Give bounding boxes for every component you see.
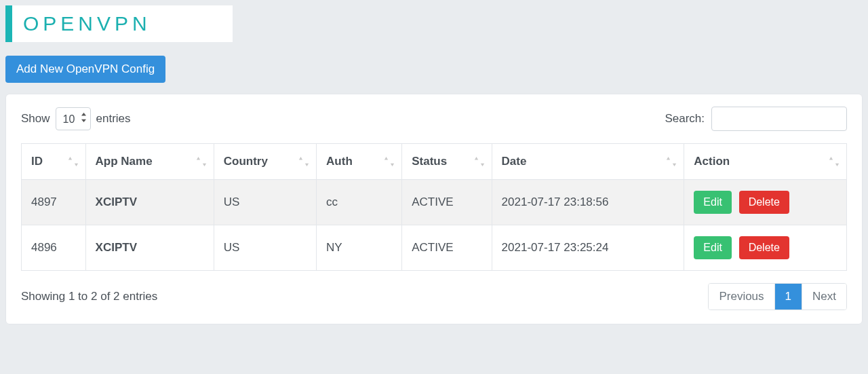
search-input[interactable] [711,107,847,131]
cell-status: ACTIVE [402,180,492,225]
length-control: Show 10 entries [21,107,131,130]
logo-text: OPENVPN [23,12,151,35]
paginate-next[interactable]: Next [802,284,846,310]
cell-date: 2021-07-17 23:25:24 [492,225,684,271]
col-header-status[interactable]: Status [402,144,492,180]
logo-accent-bar [5,5,12,42]
cell-auth: cc [317,180,402,225]
cell-appname: XCIPTV [85,225,214,271]
cell-action: Edit Delete [684,180,847,225]
delete-button[interactable]: Delete [739,236,789,259]
col-header-appname[interactable]: App Name [85,144,214,180]
sort-icon [196,157,207,166]
cell-country: US [214,225,316,271]
cell-appname: XCIPTV [85,180,214,225]
col-header-action[interactable]: Action [684,144,847,180]
cell-status: ACTIVE [402,225,492,271]
config-table: ID App Name Country Auth Status [21,143,847,271]
table-row: 4896 XCIPTV US NY ACTIVE 2021-07-17 23:2… [22,225,847,271]
logo: OPENVPN [5,5,233,42]
edit-button[interactable]: Edit [694,191,732,214]
col-header-auth[interactable]: Auth [317,144,402,180]
col-header-id[interactable]: ID [22,144,86,180]
length-select[interactable]: 10 [56,107,91,130]
cell-country: US [214,180,316,225]
table-info: Showing 1 to 2 of 2 entries [21,290,157,303]
length-entries-label: entries [96,112,131,126]
sort-icon [68,157,79,166]
cell-date: 2021-07-17 23:18:56 [492,180,684,225]
length-show-label: Show [21,112,50,126]
sort-icon [474,157,485,166]
cell-action: Edit Delete [684,225,847,271]
delete-button[interactable]: Delete [739,191,789,214]
cell-id: 4897 [22,180,86,225]
col-header-country[interactable]: Country [214,144,316,180]
sort-icon [829,157,840,166]
search-label: Search: [665,112,705,126]
paginate-previous[interactable]: Previous [709,284,774,310]
sort-icon [384,157,395,166]
search-control: Search: [665,107,847,131]
paginate-page-1[interactable]: 1 [774,284,802,310]
sort-icon [666,157,677,166]
edit-button[interactable]: Edit [694,236,732,259]
pagination: Previous 1 Next [708,283,847,310]
config-table-card: Show 10 entries Search: ID [5,94,863,324]
table-row: 4897 XCIPTV US cc ACTIVE 2021-07-17 23:1… [22,180,847,225]
add-openvpn-config-button[interactable]: Add New OpenVPN Config [5,56,165,83]
cell-auth: NY [317,225,402,271]
cell-id: 4896 [22,225,86,271]
sort-icon [298,157,309,166]
col-header-date[interactable]: Date [492,144,684,180]
